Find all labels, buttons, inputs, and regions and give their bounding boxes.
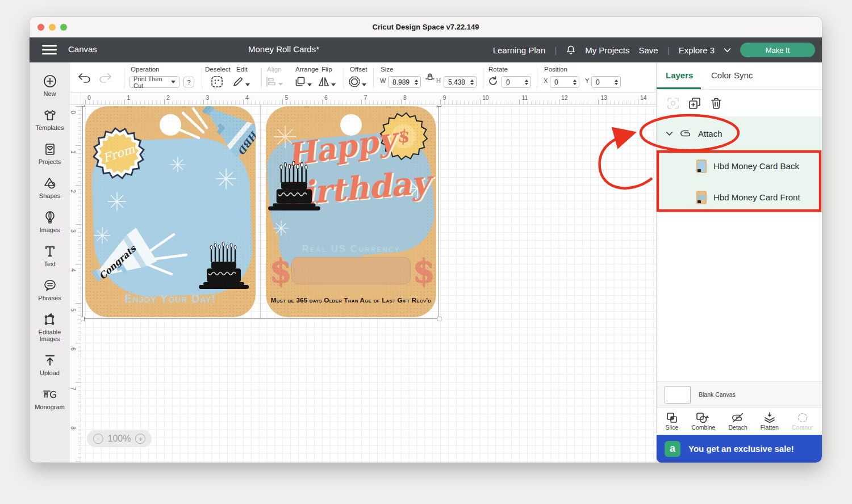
ruler-top-label: 8 bbox=[403, 94, 407, 101]
ruler-top-label: 0 bbox=[87, 94, 91, 101]
canvas-menu-label[interactable]: Canvas bbox=[68, 44, 97, 54]
position-y-stepper[interactable] bbox=[615, 79, 618, 85]
birthday-cake bbox=[198, 241, 250, 291]
make-it-button[interactable]: Make It bbox=[740, 43, 815, 57]
width-stepper[interactable] bbox=[415, 79, 418, 85]
text-icon bbox=[43, 244, 57, 259]
explore-machine-select[interactable]: Explore 3 bbox=[679, 45, 715, 55]
rotate-icon[interactable] bbox=[488, 76, 498, 86]
card-front-subtitle: Real US Currency bbox=[266, 243, 436, 255]
chevron-down-icon[interactable] bbox=[724, 48, 731, 53]
slice-button[interactable]: Slice bbox=[666, 412, 679, 431]
redo-icon[interactable] bbox=[98, 73, 112, 83]
sidebar-item-phrases[interactable]: Phrases bbox=[30, 272, 70, 306]
height-field[interactable]: 5.438 bbox=[444, 76, 477, 88]
edit-menu-button[interactable] bbox=[232, 76, 250, 90]
attach-group-row[interactable]: Attach bbox=[657, 116, 822, 150]
selection-handle[interactable] bbox=[437, 317, 441, 321]
offset-icon bbox=[349, 76, 360, 87]
zoom-in-icon[interactable]: + bbox=[135, 434, 145, 444]
contour-button[interactable]: Contour bbox=[792, 412, 813, 431]
dollar-badge-text: $ bbox=[396, 125, 411, 147]
sidebar-item-projects[interactable]: Projects bbox=[30, 136, 70, 170]
design-canvas[interactable]: 01234567891011121314 0123456789 bbox=[70, 93, 656, 463]
operation-dropdown[interactable]: Print Then Cut bbox=[130, 76, 179, 88]
tab-color-sync[interactable]: Color Sync bbox=[711, 70, 753, 80]
duplicate-icon[interactable] bbox=[688, 97, 701, 110]
ruler-corner bbox=[70, 93, 81, 105]
sidebar-item-shapes[interactable]: Shapes bbox=[30, 170, 70, 204]
sidebar-item-upload[interactable]: Upload bbox=[30, 347, 70, 381]
header-divider: | bbox=[667, 45, 670, 55]
ruler-top-label: 14 bbox=[640, 94, 647, 101]
flip-menu-button[interactable] bbox=[318, 76, 336, 90]
combine-icon bbox=[696, 412, 711, 423]
upload-icon bbox=[43, 353, 57, 368]
card-front-object[interactable]: $ Happy Birthday Re bbox=[266, 106, 436, 317]
layer-row-card-front[interactable]: Hbd Money Card Front bbox=[657, 182, 822, 213]
sidebar-item-new[interactable]: New bbox=[30, 68, 70, 102]
ruler-top-label: 9 bbox=[443, 94, 446, 101]
position-x-field[interactable]: 0 bbox=[550, 76, 579, 88]
arrange-menu-button[interactable] bbox=[294, 76, 312, 90]
rotate-stepper[interactable] bbox=[525, 79, 528, 85]
select-all-icon[interactable] bbox=[667, 97, 679, 110]
undo-icon[interactable] bbox=[78, 73, 91, 83]
my-projects-link[interactable]: My Projects bbox=[585, 45, 629, 55]
editable-images-icon bbox=[43, 312, 57, 327]
deselect-icon[interactable] bbox=[211, 75, 223, 88]
promo-banner[interactable]: a You get an exclusive sale! bbox=[657, 435, 822, 463]
dollar-sign-right: $ bbox=[412, 251, 435, 289]
titlebar: Cricut Design Space v7.22.149 bbox=[30, 17, 822, 37]
sidebar-item-text[interactable]: Text bbox=[30, 238, 70, 272]
canvas-color-swatch[interactable] bbox=[665, 386, 691, 404]
lock-icon[interactable] bbox=[425, 73, 435, 81]
bell-icon[interactable] bbox=[566, 45, 576, 55]
layer-label: Hbd Money Card Front bbox=[713, 192, 800, 202]
sidebar-item-images[interactable]: Images bbox=[30, 204, 70, 238]
width-field[interactable]: 8.989 bbox=[388, 76, 421, 88]
position-x-stepper[interactable] bbox=[573, 79, 577, 85]
card-back-object[interactable]: From HBD bbox=[85, 106, 256, 317]
menu-hamburger-icon[interactable] bbox=[42, 45, 57, 55]
new-icon bbox=[43, 74, 57, 89]
app-header: Canvas Money Roll Cards* Learning Plan |… bbox=[30, 37, 822, 62]
tab-layers[interactable]: Layers bbox=[666, 70, 693, 80]
layers-toolbar bbox=[657, 90, 822, 116]
operation-label: Operation bbox=[131, 66, 160, 73]
ruler-left-label: 5 bbox=[70, 308, 77, 312]
rotate-field[interactable]: 0 bbox=[502, 76, 531, 88]
sparkle-icon bbox=[107, 191, 127, 212]
flatten-button[interactable]: Flatten bbox=[761, 412, 779, 431]
monogram-icon bbox=[42, 387, 58, 402]
flip-label: Flip bbox=[321, 66, 332, 73]
ruler-left: 0123456789 bbox=[70, 105, 81, 463]
ruler-left-label: 7 bbox=[70, 387, 77, 390]
combine-button[interactable]: Combine bbox=[691, 412, 715, 431]
sidebar-item-editable-images[interactable]: Editable Images bbox=[30, 306, 70, 347]
detach-button[interactable]: Detach bbox=[728, 412, 747, 431]
height-stepper[interactable] bbox=[470, 79, 474, 85]
arrange-icon bbox=[294, 76, 306, 87]
save-link[interactable]: Save bbox=[639, 45, 658, 55]
chevron-down-icon[interactable] bbox=[666, 131, 673, 136]
promo-text: You get an exclusive sale! bbox=[688, 444, 794, 453]
layer-row-card-back[interactable]: Hbd Money Card Back bbox=[657, 150, 822, 182]
zoom-out-icon[interactable]: − bbox=[93, 434, 103, 444]
material-label: Blank Canvas bbox=[699, 391, 736, 398]
learning-plan-link[interactable]: Learning Plan bbox=[493, 45, 546, 55]
layer-thumbnail bbox=[696, 191, 707, 204]
sidebar-item-templates[interactable]: Templates bbox=[30, 102, 70, 136]
sidebar-item-monogram[interactable]: Monogram bbox=[30, 381, 70, 415]
trash-icon[interactable] bbox=[710, 97, 722, 110]
panel-tabs: Layers Color Sync bbox=[657, 62, 822, 90]
size-label: Size bbox=[381, 66, 393, 73]
offset-menu-button[interactable] bbox=[349, 76, 366, 90]
position-y-field[interactable]: 0 bbox=[591, 76, 621, 88]
material-row[interactable]: Blank Canvas bbox=[657, 381, 822, 407]
ruler-left-label: 3 bbox=[70, 229, 77, 233]
align-icon bbox=[265, 77, 277, 87]
shapes-icon bbox=[43, 176, 57, 191]
align-menu-button[interactable] bbox=[265, 77, 283, 89]
operation-help-button[interactable]: ? bbox=[183, 77, 194, 87]
